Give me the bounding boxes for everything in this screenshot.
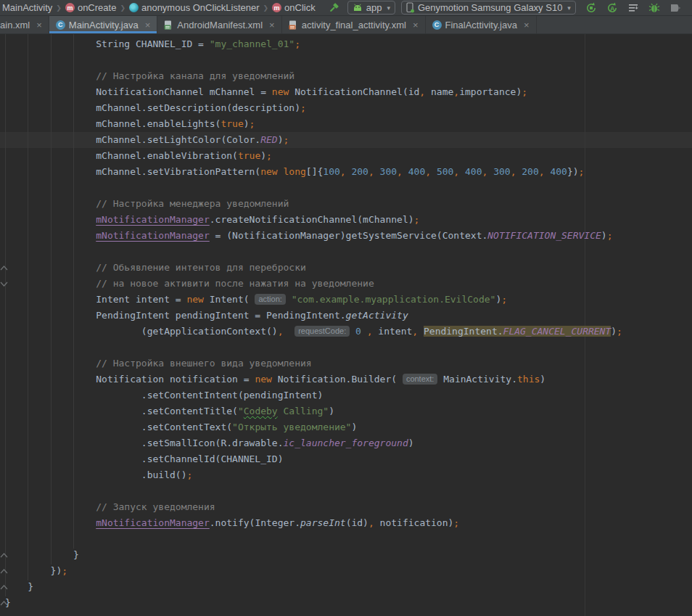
code-line[interactable]: mChannel.setLightColor(Color.RED); xyxy=(5,132,692,148)
breadcrumb-oncreate[interactable]: m onCreate xyxy=(65,2,116,13)
code-line[interactable]: mChannel.setVibrationPattern(new long[]{… xyxy=(5,164,692,180)
apply-changes-button[interactable] xyxy=(583,1,599,15)
code-line[interactable]: (getApplicationContext(), requestCode: 0… xyxy=(5,324,692,340)
tab-mainactivity-java[interactable]: C MainActivity.java × xyxy=(49,16,157,33)
breadcrumb-label: MainActivity xyxy=(2,2,52,13)
code-line[interactable] xyxy=(5,483,692,499)
profiler-icon xyxy=(670,2,681,14)
breadcrumb-onclick[interactable]: m onClick xyxy=(272,2,316,13)
tab-activity-main-xml[interactable]: ity_main.xml × xyxy=(0,16,49,33)
device-label: Genymotion Samsung Galaxy S10 xyxy=(418,2,562,13)
code-line[interactable] xyxy=(5,340,692,356)
chevron-down-icon: ▾ xyxy=(567,4,571,12)
method-icon: m xyxy=(65,3,75,12)
close-tab-icon[interactable]: × xyxy=(524,20,530,30)
close-tab-icon[interactable]: × xyxy=(413,20,419,30)
breadcrumb-label: onClick xyxy=(284,2,316,13)
android-icon xyxy=(353,4,363,12)
tab-label: AndroidManifest.xml xyxy=(177,20,263,30)
code-line[interactable] xyxy=(5,180,692,196)
java-class-icon: C xyxy=(432,20,442,30)
editor-tab-bar: ity_main.xml × C MainActivity.java × And… xyxy=(0,16,692,34)
code-line[interactable]: mChannel.enableLights(true); xyxy=(5,116,692,132)
code-area[interactable]: String CHANNEL_ID = "my_channel_01"; // … xyxy=(0,34,692,611)
code-line[interactable]: mNotificationManager = (NotificationMana… xyxy=(5,228,692,244)
debug-button[interactable] xyxy=(646,1,662,15)
code-line[interactable]: mChannel.setDescription(description); xyxy=(5,100,692,116)
debug-bug-icon xyxy=(648,2,660,14)
code-line[interactable]: .setChannelId(CHANNEL_ID) xyxy=(5,451,692,467)
code-editor[interactable]: String CHANNEL_ID = "my_channel_01"; // … xyxy=(0,34,692,616)
code-line[interactable]: .setContentTitle("Codeby Calling") xyxy=(5,403,692,419)
code-line[interactable]: PendingIntent pendingIntent = PendingInt… xyxy=(5,308,692,324)
breadcrumb-separator-icon: ❯ xyxy=(120,4,125,12)
attach-debugger-button[interactable] xyxy=(625,1,641,15)
run-actions-group: A xyxy=(583,1,683,15)
apply-code-changes-icon: A xyxy=(606,2,618,14)
breadcrumb-anonymous-class[interactable]: anonymous OnClickListener xyxy=(129,2,260,13)
chevron-down-icon: ▾ xyxy=(387,4,390,12)
code-line[interactable]: // Настройка менеджера уведомлений xyxy=(5,196,692,212)
code-line[interactable]: // Настройка канала для уведомлений xyxy=(5,68,692,84)
code-line[interactable]: } xyxy=(5,595,692,611)
anonymous-class-icon xyxy=(129,3,139,12)
apply-changes-restart-icon xyxy=(585,2,597,14)
close-tab-icon[interactable]: × xyxy=(145,20,151,30)
code-line[interactable]: mNotificationManager.createNotificationC… xyxy=(5,212,692,228)
tab-androidmanifest-xml[interactable]: AndroidManifest.xml × xyxy=(157,16,281,33)
breadcrumb-class[interactable]: MainActivity xyxy=(2,2,52,13)
run-configuration-select[interactable]: app ▾ xyxy=(347,1,395,15)
code-line[interactable]: // Запуск уведомления xyxy=(5,499,692,515)
device-select[interactable]: Genymotion Samsung Galaxy S10 ▾ xyxy=(401,1,576,15)
code-line[interactable]: NotificationChannel mChannel = new Notif… xyxy=(5,84,692,100)
attach-debugger-icon xyxy=(627,2,639,14)
code-line[interactable]: String CHANNEL_ID = "my_channel_01"; xyxy=(5,36,692,52)
code-line[interactable]: } xyxy=(5,547,692,563)
breadcrumb-label: onCreate xyxy=(78,2,116,13)
run-config-label: app xyxy=(366,2,382,13)
code-line[interactable]: }); xyxy=(5,563,692,579)
code-line[interactable]: .build(); xyxy=(5,467,692,483)
close-tab-icon[interactable]: × xyxy=(269,20,275,30)
code-line[interactable] xyxy=(5,531,692,547)
code-line[interactable] xyxy=(5,52,692,68)
tab-label: ity_main.xml xyxy=(0,20,30,30)
tab-finalacttivity-java[interactable]: C FinalActtivity.java × xyxy=(426,16,537,33)
code-line[interactable]: } xyxy=(5,579,692,595)
code-line[interactable]: mNotificationManager.notify(Integer.pars… xyxy=(5,515,692,531)
xml-file-icon xyxy=(289,20,298,30)
breadcrumb-separator-icon: ❯ xyxy=(56,4,62,12)
breadcrumb-label: anonymous OnClickListener xyxy=(141,2,260,13)
tab-label: activity_final_acttivity.xml xyxy=(302,20,406,30)
tab-label: FinalActtivity.java xyxy=(445,20,517,30)
profiler-button[interactable] xyxy=(667,1,683,15)
close-tab-icon[interactable]: × xyxy=(36,20,42,30)
code-line[interactable]: // Обьявление интентов для переброски xyxy=(5,260,692,276)
manifest-file-icon xyxy=(164,20,173,30)
code-line[interactable]: Notification notification = new Notifica… xyxy=(5,371,692,387)
code-line[interactable]: mChannel.enableVibration(true); xyxy=(5,148,692,164)
code-line[interactable]: .setSmallIcon(R.drawable.ic_launcher_for… xyxy=(5,435,692,451)
code-line[interactable]: // на новое активити после нажатия на ув… xyxy=(5,276,692,292)
method-icon: m xyxy=(272,3,281,12)
code-line[interactable]: .setContentIntent(pendingIntent) xyxy=(5,387,692,403)
code-line[interactable] xyxy=(5,244,692,260)
hammer-icon xyxy=(328,2,339,14)
code-line[interactable]: // Настройка внешнего вида уведомления xyxy=(5,356,692,371)
main-toolbar: MainActivity ❯ m onCreate ❯ anonymous On… xyxy=(0,0,692,16)
tab-label: MainActivity.java xyxy=(69,20,139,30)
apply-code-changes-button[interactable]: A xyxy=(604,1,620,15)
java-class-icon: C xyxy=(56,20,65,30)
tab-activity-final-acttivity-xml[interactable]: activity_final_acttivity.xml × xyxy=(282,16,426,33)
svg-text:A: A xyxy=(610,4,615,12)
code-line[interactable]: Intent intent = new Intent( action: "com… xyxy=(5,292,692,308)
build-project-button[interactable] xyxy=(326,1,342,15)
breadcrumb-separator-icon: ❯ xyxy=(263,4,269,12)
code-line[interactable]: .setContentText("Открыть уведомление") xyxy=(5,419,692,435)
phone-icon xyxy=(406,2,414,13)
